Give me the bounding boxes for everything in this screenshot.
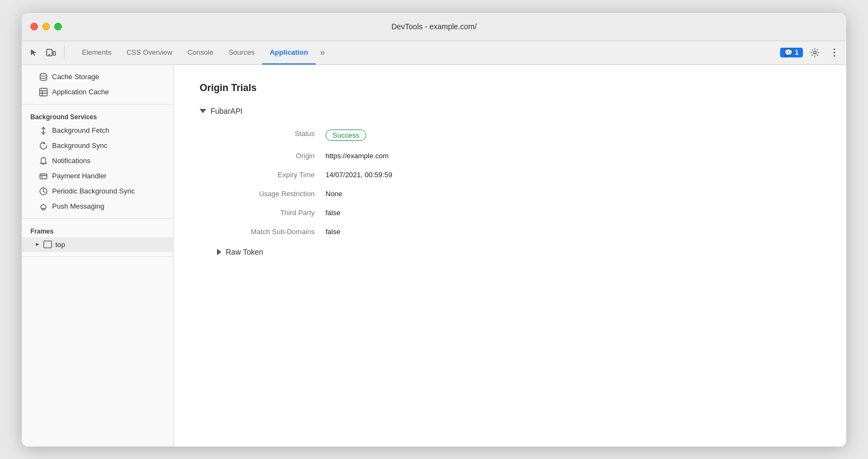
svg-rect-1 [53, 51, 55, 55]
status-badge: Success [326, 130, 366, 141]
tab-list: Elements CSS Overview Console Sources Ap… [74, 41, 780, 64]
main-area: Cache Storage Application Cache [22, 65, 846, 447]
devtools-window: DevTools - example.com/ Elements [22, 13, 846, 447]
maximize-button[interactable] [54, 23, 62, 30]
sidebar-item-top[interactable]: top [22, 237, 173, 252]
background-sync-label: Background Sync [52, 141, 107, 150]
svg-marker-20 [36, 243, 39, 246]
trial-fields: Status Success Origin https://example.co… [217, 124, 820, 241]
sidebar-item-periodic-background-sync[interactable]: Periodic Background Sync [22, 184, 173, 199]
expand-arrow-icon [35, 242, 40, 247]
origin-value: https://example.com [326, 146, 820, 165]
notifications-icon [39, 157, 48, 165]
push-messaging-label: Push Messaging [52, 202, 104, 210]
collapse-icon [200, 109, 206, 113]
content-panel: Origin Trials FubarAPI Status Success Or… [174, 65, 846, 447]
tab-elements[interactable]: Elements [74, 41, 119, 64]
match-subdomains-value: false [326, 222, 820, 241]
origin-label: Origin [217, 146, 326, 165]
background-services-section: Background Services Background Fetch [22, 105, 173, 219]
payment-handler-icon [39, 172, 48, 180]
tab-console[interactable]: Console [180, 41, 221, 64]
frames-title: Frames [22, 223, 173, 237]
trial-section: FubarAPI Status Success Origin https://e… [200, 107, 820, 256]
periodic-background-sync-icon [39, 187, 48, 196]
background-services-title: Background Services [22, 109, 173, 123]
svg-rect-14 [40, 174, 47, 179]
match-subdomains-label: Match Sub-Domains [217, 222, 326, 241]
sidebar-item-payment-handler[interactable]: Payment Handler [22, 169, 173, 184]
top-frame-label: top [55, 241, 65, 249]
title-bar: DevTools - example.com/ [22, 13, 846, 41]
sidebar: Cache Storage Application Cache [22, 65, 174, 447]
raw-token-expand-icon [217, 249, 221, 255]
page-title: Origin Trials [200, 82, 820, 94]
tab-bar: Elements CSS Overview Console Sources Ap… [22, 41, 846, 65]
status-value: Success [326, 124, 820, 146]
cache-storage-label: Cache Storage [52, 73, 99, 81]
application-cache-label: Application Cache [52, 88, 109, 96]
raw-token-row[interactable]: Raw Token [217, 248, 820, 256]
settings-button[interactable] [807, 45, 822, 60]
usage-restriction-label: Usage Restriction [217, 184, 326, 203]
notifications-label: Notifications [52, 157, 91, 165]
svg-line-19 [43, 191, 45, 192]
svg-rect-16 [41, 177, 43, 178]
usage-restriction-value: None [326, 184, 820, 203]
status-label: Status [217, 124, 326, 146]
raw-token-label: Raw Token [226, 248, 263, 256]
minimize-button[interactable] [42, 23, 50, 30]
background-fetch-icon [39, 126, 48, 135]
sidebar-item-application-cache[interactable]: Application Cache [22, 85, 173, 100]
background-sync-icon [39, 141, 48, 150]
payment-handler-label: Payment Handler [52, 172, 106, 180]
application-cache-icon [39, 88, 48, 96]
notification-count: 1 [795, 49, 799, 56]
trial-header[interactable]: FubarAPI [200, 107, 820, 115]
svg-rect-21 [44, 241, 52, 248]
expiry-value: 14/07/2021, 00:59:59 [326, 165, 820, 184]
sidebar-item-background-sync[interactable]: Background Sync [22, 138, 173, 153]
tab-application[interactable]: Application [262, 41, 316, 64]
close-button[interactable] [30, 23, 38, 30]
third-party-value: false [326, 203, 820, 222]
third-party-label: Third Party [217, 203, 326, 222]
tab-css-overview[interactable]: CSS Overview [119, 41, 180, 64]
periodic-background-sync-label: Periodic Background Sync [52, 187, 135, 195]
sidebar-item-push-messaging[interactable]: Push Messaging [22, 199, 173, 214]
traffic-lights [30, 23, 62, 30]
toolbar-left [26, 45, 68, 60]
background-fetch-label: Background Fetch [52, 126, 110, 134]
svg-point-4 [834, 49, 835, 50]
notification-button[interactable]: 💬 1 [780, 48, 803, 57]
tab-sources[interactable]: Sources [221, 41, 262, 64]
notification-icon: 💬 [784, 49, 793, 56]
svg-point-3 [814, 51, 816, 54]
more-options-button[interactable] [827, 45, 842, 60]
svg-point-6 [834, 55, 835, 57]
trial-name: FubarAPI [210, 107, 242, 115]
svg-point-5 [834, 52, 835, 54]
storage-section: Cache Storage Application Cache [22, 65, 173, 105]
frame-icon [43, 241, 52, 248]
window-title: DevTools - example.com/ [391, 22, 476, 31]
cursor-icon[interactable] [26, 45, 41, 60]
svg-rect-8 [40, 88, 47, 96]
push-messaging-icon [39, 202, 48, 211]
expiry-label: Expiry Time [217, 165, 326, 184]
sidebar-item-notifications[interactable]: Notifications [22, 153, 173, 169]
sidebar-item-background-fetch[interactable]: Background Fetch [22, 123, 173, 138]
toolbar-right: 💬 1 [780, 45, 842, 60]
toolbar-divider [64, 46, 65, 59]
svg-point-7 [40, 73, 47, 76]
cache-storage-icon [39, 73, 48, 81]
sidebar-item-cache-storage[interactable]: Cache Storage [22, 69, 173, 85]
frames-section: Frames top [22, 219, 173, 257]
more-tabs-button[interactable]: » [316, 41, 329, 64]
device-mode-icon[interactable] [43, 45, 59, 60]
